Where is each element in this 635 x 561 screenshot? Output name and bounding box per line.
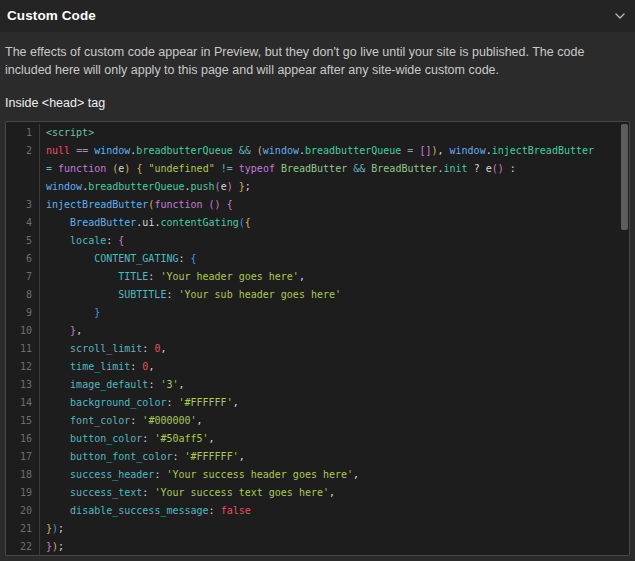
- line-number: 8: [6, 286, 40, 304]
- code-row: 9 }: [6, 304, 619, 322]
- line-number: 11: [6, 340, 40, 358]
- code-row: 8 SUBTITLE: 'Your sub header goes here': [6, 286, 619, 304]
- code-line-text: injectBreadButter(function () {: [40, 196, 233, 214]
- line-number: 7: [6, 268, 40, 286]
- line-number: 6: [6, 250, 40, 268]
- line-number: 9: [6, 304, 40, 322]
- code-line-text: = function (e) { "undefined" != typeof B…: [40, 160, 516, 178]
- code-line-text: });: [40, 520, 64, 538]
- code-row: window.breadbutterQueue.push(e) };: [6, 178, 619, 196]
- code-row: 14 background_color: '#FFFFFF',: [6, 394, 619, 412]
- code-row: 1<script>: [6, 124, 619, 142]
- code-line-text: },: [40, 322, 82, 340]
- line-number: [6, 160, 40, 178]
- line-number: 20: [6, 502, 40, 520]
- code-row: 7 TITLE: 'Your header goes here',: [6, 268, 619, 286]
- code-row: 3injectBreadButter(function () {: [6, 196, 619, 214]
- code-line-text: SUBTITLE: 'Your sub header goes here': [40, 286, 341, 304]
- code-line-text: button_font_color: '#FFFFFF',: [40, 448, 245, 466]
- code-line-text: image_default: '3',: [40, 376, 185, 394]
- code-line-text: font_color: '#000000',: [40, 412, 203, 430]
- code-row: 6 CONTENT_GATING: {: [6, 250, 619, 268]
- line-number: 2: [6, 142, 40, 160]
- code-line-text: locale: {: [40, 232, 124, 250]
- code-line-text: }: [40, 304, 100, 322]
- custom-code-panel: Custom Code The effects of custom code a…: [0, 0, 635, 561]
- line-number: [6, 178, 40, 196]
- code-row: 19 success_text: 'Your success text goes…: [6, 484, 619, 502]
- code-row: 12 time_limit: 0,: [6, 358, 619, 376]
- code-line-text: CONTENT_GATING: {: [40, 250, 197, 268]
- panel-header: Custom Code: [0, 0, 635, 32]
- code-rows: 1<script>2null == window.breadbutterQueu…: [6, 124, 619, 556]
- line-number: 18: [6, 466, 40, 484]
- code-line-text: scroll_limit: 0,: [40, 340, 166, 358]
- chevron-down-icon[interactable]: [614, 10, 626, 22]
- line-number: 13: [6, 376, 40, 394]
- code-line-text: button_color: '#50aff5',: [40, 430, 215, 448]
- code-row: 13 image_default: '3',: [6, 376, 619, 394]
- code-line-text: TITLE: 'Your header goes here',: [40, 268, 305, 286]
- code-line-text: success_header: 'Your success header goe…: [40, 466, 359, 484]
- code-line-text: window.breadbutterQueue.push(e) };: [40, 178, 251, 196]
- code-row: 16 button_color: '#50aff5',: [6, 430, 619, 448]
- line-number: 10: [6, 322, 40, 340]
- code-row: 17 button_font_color: '#FFFFFF',: [6, 448, 619, 466]
- scrollbar-thumb[interactable]: [621, 124, 628, 230]
- code-row: 11 scroll_limit: 0,: [6, 340, 619, 358]
- code-row: 21});: [6, 520, 619, 538]
- line-number: 1: [6, 124, 40, 142]
- code-row: 5 locale: {: [6, 232, 619, 250]
- code-row: 10 },: [6, 322, 619, 340]
- line-number: 12: [6, 358, 40, 376]
- code-line-text: <script>: [40, 124, 94, 142]
- line-number: 17: [6, 448, 40, 466]
- code-editor[interactable]: 1<script>2null == window.breadbutterQueu…: [5, 121, 630, 556]
- code-row: 15 font_color: '#000000',: [6, 412, 619, 430]
- line-number: 21: [6, 520, 40, 538]
- code-row: 20 disable_success_message: false: [6, 502, 619, 520]
- code-line-text: success_text: 'Your success text goes he…: [40, 484, 335, 502]
- section-label-inside-head-tag: Inside <head> tag: [5, 96, 105, 110]
- line-number: 14: [6, 394, 40, 412]
- line-number: 22: [6, 538, 40, 556]
- code-row: = function (e) { "undefined" != typeof B…: [6, 160, 619, 178]
- line-number: 4: [6, 214, 40, 232]
- code-line-text: });: [40, 538, 64, 556]
- code-line-text: BreadButter.ui.contentGating({: [40, 214, 251, 232]
- line-number: 15: [6, 412, 40, 430]
- line-number: 3: [6, 196, 40, 214]
- code-line-text: disable_success_message: false: [40, 502, 251, 520]
- code-row: 18 success_header: 'Your success header …: [6, 466, 619, 484]
- code-line-text: time_limit: 0,: [40, 358, 154, 376]
- code-row: 4 BreadButter.ui.contentGating({: [6, 214, 619, 232]
- panel-description: The effects of custom code appear in Pre…: [5, 43, 621, 79]
- code-line-text: background_color: '#FFFFFF',: [40, 394, 239, 412]
- code-row: 2null == window.breadbutterQueue && (win…: [6, 142, 619, 160]
- line-number: 5: [6, 232, 40, 250]
- line-number: 19: [6, 484, 40, 502]
- line-number: 16: [6, 430, 40, 448]
- code-row: 22});: [6, 538, 619, 556]
- panel-title: Custom Code: [7, 8, 96, 23]
- code-line-text: null == window.breadbutterQueue && (wind…: [40, 142, 594, 160]
